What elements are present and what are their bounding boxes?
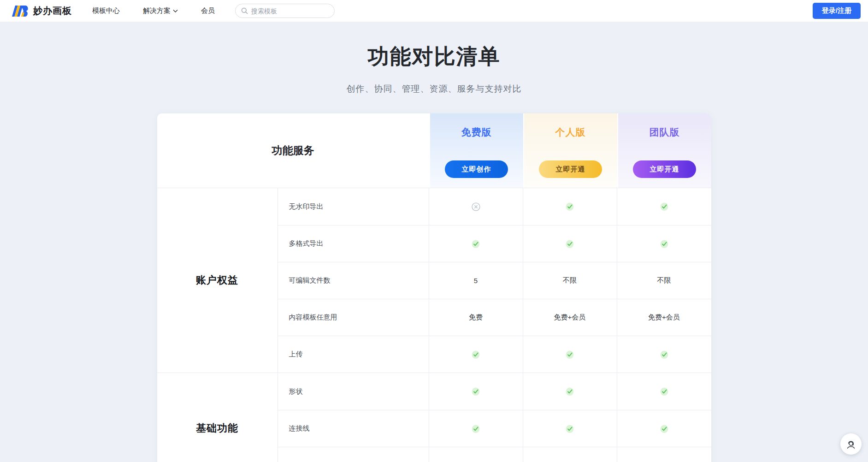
- table-row: 内容模板任意用免费免费+会员免费+会员: [278, 299, 711, 336]
- page-title: 功能对比清单: [0, 42, 868, 71]
- feature-value-cell: [617, 336, 711, 373]
- feature-name-cell: [278, 447, 429, 462]
- feature-name-cell: 内容模板任意用: [278, 299, 429, 336]
- feature-name-cell: 连接线: [278, 410, 429, 447]
- check-icon: [565, 201, 575, 212]
- table-row: 上传: [278, 336, 711, 373]
- check-icon: [659, 424, 669, 434]
- check-icon: [565, 424, 575, 434]
- table-corner-header: 功能服务: [157, 113, 429, 188]
- feature-value-cell: [617, 410, 711, 447]
- nav-item-membership[interactable]: 会员: [201, 6, 215, 15]
- feature-value-cell: [523, 373, 617, 410]
- value-text: 不限: [563, 276, 577, 285]
- feature-value-cell: 5: [429, 262, 523, 299]
- logo[interactable]: 妙办画板: [11, 4, 72, 18]
- table-row: 连接线: [278, 410, 711, 447]
- page-subtitle: 创作、协同、管理、资源、服务与支持对比: [0, 83, 868, 95]
- feature-value-cell: 不限: [523, 262, 617, 299]
- plan-header-免费版: 免费版立即创作: [429, 113, 523, 188]
- feature-value-cell: 免费+会员: [523, 299, 617, 336]
- feature-value-cell: [429, 447, 523, 462]
- value-text: 免费: [469, 313, 483, 322]
- check-icon: [659, 239, 669, 249]
- top-navigation-bar: 妙办画板 模板中心 解决方案 会员 登录/注册: [0, 0, 868, 22]
- search-box[interactable]: [235, 4, 335, 18]
- feature-value-cell: [523, 225, 617, 262]
- feature-name-cell: 无水印导出: [278, 188, 429, 225]
- plan-name: 个人版: [555, 126, 586, 139]
- value-text: 免费+会员: [554, 313, 586, 322]
- feature-value-cell: [617, 188, 711, 225]
- table-row: 无水印导出: [278, 188, 711, 225]
- nav-item-label: 会员: [201, 6, 215, 15]
- check-icon: [565, 386, 575, 397]
- customer-service-button[interactable]: [840, 433, 862, 455]
- table-row: [278, 447, 711, 462]
- login-register-button[interactable]: 登录/注册: [813, 3, 861, 19]
- logo-mb-icon: [11, 4, 30, 18]
- main-nav: 模板中心 解决方案 会员: [92, 6, 215, 15]
- value-text: 免费+会员: [648, 313, 680, 322]
- search-icon: [241, 7, 248, 14]
- feature-value-cell: [617, 447, 711, 462]
- check-icon: [565, 349, 575, 360]
- hero-section: 功能对比清单 创作、协同、管理、资源、服务与支持对比: [0, 22, 868, 95]
- plan-cta-button[interactable]: 立即开通: [539, 160, 602, 178]
- chevron-down-icon: [173, 9, 178, 13]
- feature-value-cell: [429, 188, 523, 225]
- table-row: 形状: [278, 373, 711, 410]
- feature-name-cell: 上传: [278, 336, 429, 373]
- feature-name-cell: 多格式导出: [278, 225, 429, 262]
- group-label: 账户权益: [157, 188, 278, 373]
- logo-text: 妙办画板: [33, 5, 72, 17]
- value-text: 5: [474, 277, 478, 284]
- nav-item-label: 解决方案: [143, 6, 171, 15]
- feature-name-cell: 可编辑文件数: [278, 262, 429, 299]
- table-row: 可编辑文件数5不限不限: [278, 262, 711, 299]
- table-body: 账户权益无水印导出多格式导出可编辑文件数5不限不限内容模板任意用免费免费+会员免…: [157, 188, 711, 462]
- feature-group: 基础功能形状连接线: [157, 373, 711, 462]
- feature-value-cell: [523, 447, 617, 462]
- feature-value-cell: [617, 225, 711, 262]
- check-icon: [659, 201, 669, 212]
- feature-value-cell: [429, 410, 523, 447]
- feature-value-cell: [429, 225, 523, 262]
- check-icon: [471, 386, 481, 397]
- plan-name: 团队版: [650, 126, 680, 139]
- feature-value-cell: 不限: [617, 262, 711, 299]
- check-icon: [659, 386, 669, 397]
- group-rows: 形状连接线: [278, 373, 711, 462]
- nav-item-templates[interactable]: 模板中心: [92, 6, 120, 15]
- plan-header-团队版: 团队版立即开通: [617, 113, 711, 188]
- group-rows: 无水印导出多格式导出可编辑文件数5不限不限内容模板任意用免费免费+会员免费+会员…: [278, 188, 711, 373]
- feature-value-cell: [523, 336, 617, 373]
- check-icon: [471, 424, 481, 434]
- plan-header-个人版: 个人版立即开通: [523, 113, 617, 188]
- table-row: 多格式导出: [278, 225, 711, 262]
- feature-group: 账户权益无水印导出多格式导出可编辑文件数5不限不限内容模板任意用免费免费+会员免…: [157, 188, 711, 373]
- feature-value-cell: [523, 410, 617, 447]
- feature-name-cell: 形状: [278, 373, 429, 410]
- feature-value-cell: 免费: [429, 299, 523, 336]
- nav-item-solutions[interactable]: 解决方案: [143, 6, 178, 15]
- feature-value-cell: [617, 373, 711, 410]
- value-text: 不限: [657, 276, 671, 285]
- feature-value-cell: [429, 336, 523, 373]
- check-icon: [471, 349, 481, 360]
- search-input[interactable]: [251, 7, 320, 15]
- feature-value-cell: [429, 373, 523, 410]
- plan-cta-button[interactable]: 立即开通: [633, 160, 696, 178]
- feature-value-cell: [523, 188, 617, 225]
- check-icon: [565, 239, 575, 249]
- nav-item-label: 模板中心: [92, 6, 120, 15]
- check-icon: [471, 239, 481, 249]
- table-header-row: 功能服务 免费版立即创作个人版立即开通团队版立即开通: [157, 113, 711, 188]
- plan-cta-button[interactable]: 立即创作: [445, 160, 508, 178]
- feature-value-cell: 免费+会员: [617, 299, 711, 336]
- comparison-table: 功能服务 免费版立即创作个人版立即开通团队版立即开通 账户权益无水印导出多格式导…: [157, 113, 711, 462]
- plan-name: 免费版: [461, 126, 492, 139]
- headset-icon: [845, 438, 857, 450]
- cross-icon: [471, 202, 481, 212]
- check-icon: [659, 349, 669, 360]
